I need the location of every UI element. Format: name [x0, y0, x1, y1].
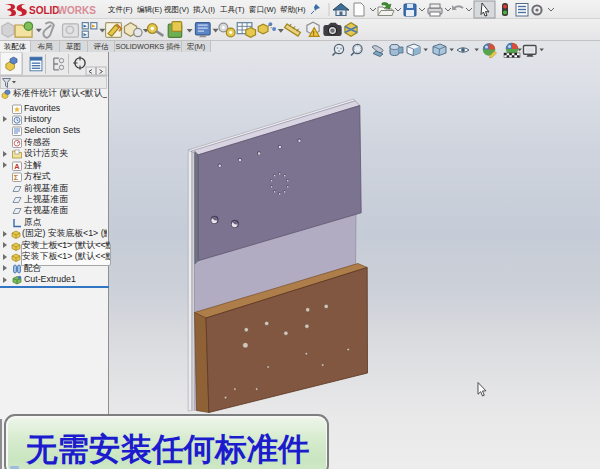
svg-text:WORKS: WORKS	[58, 5, 97, 16]
svg-text:SOLID: SOLID	[29, 5, 60, 16]
svg-text:!: !	[313, 29, 315, 38]
